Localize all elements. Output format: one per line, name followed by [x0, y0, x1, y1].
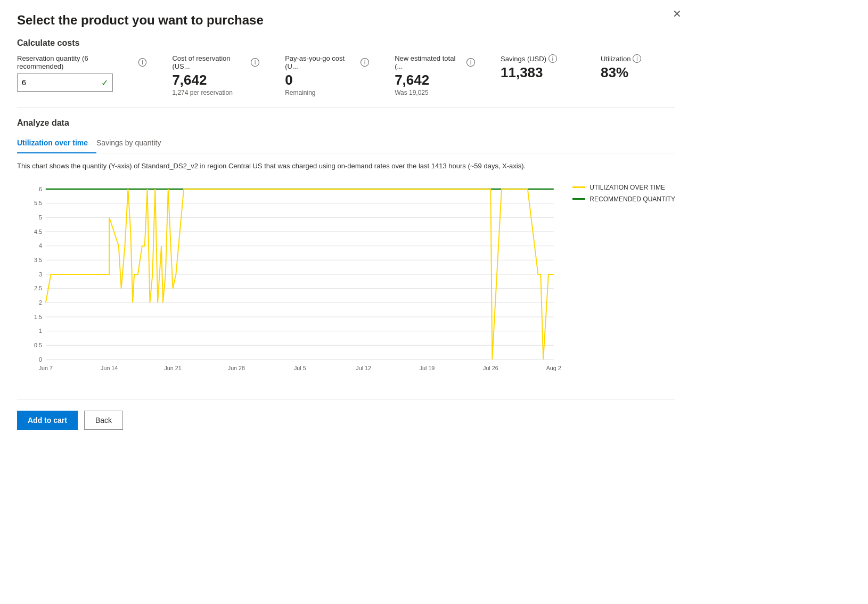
svg-text:Aug 2: Aug 2 [546, 364, 561, 371]
analyze-title: Analyze data [17, 118, 675, 128]
back-button[interactable]: Back [84, 411, 123, 430]
svg-text:Jun 7: Jun 7 [39, 364, 53, 371]
legend-item-recommended: RECOMMENDED QUANTITY [572, 195, 675, 203]
svg-text:0: 0 [39, 356, 42, 362]
calculate-section: Calculate costs Reservation quantity (6 … [17, 38, 675, 96]
payg-info-icon[interactable]: i [361, 58, 369, 67]
metric-value-3: 11,383 [501, 65, 575, 80]
legend-label-utilization: UTILIZATION OVER TIME [589, 184, 665, 191]
metric-sub-2: Was 19,025 [395, 89, 475, 96]
cost-reservation-info-icon[interactable]: i [251, 58, 259, 67]
metric-sub-1: Remaining [285, 89, 369, 96]
tab-utilization[interactable]: Utilization over time [17, 134, 96, 153]
chart-legend: UTILIZATION OVER TIME RECOMMENDED QUANTI… [572, 178, 675, 382]
svg-text:Jun 28: Jun 28 [228, 364, 245, 371]
savings-info-icon[interactable]: i [548, 54, 557, 63]
analyze-section: Analyze data Utilization over time Savin… [17, 118, 675, 382]
calculate-title: Calculate costs [17, 38, 675, 48]
svg-text:4.5: 4.5 [34, 228, 42, 234]
svg-text:Jun 21: Jun 21 [164, 364, 181, 371]
legend-item-utilization: UTILIZATION OVER TIME [572, 184, 675, 191]
legend-label-recommended: RECOMMENDED QUANTITY [589, 195, 675, 203]
footer-buttons: Add to cart Back [17, 399, 675, 430]
svg-text:2.5: 2.5 [34, 284, 42, 291]
svg-text:Jul 5: Jul 5 [294, 364, 306, 371]
svg-text:2: 2 [39, 299, 42, 305]
quantity-info-icon[interactable]: i [138, 58, 147, 67]
svg-text:3: 3 [39, 271, 42, 277]
svg-text:5: 5 [39, 214, 42, 220]
metric-label-1: Pay-as-you-go cost (U... i [285, 54, 369, 70]
legend-line-utilization [572, 186, 585, 188]
metric-savings: Savings (USD) i 11,383 [501, 54, 575, 80]
quantity-input-wrap: ✓ [17, 74, 113, 92]
svg-text:4: 4 [39, 242, 42, 248]
metric-new-estimated: New estimated total (... i 7,642 Was 19,… [395, 54, 475, 96]
chart-container: 0 0.5 1 1.5 2 2.5 3 3.5 4 4.5 5 5.5 6 Ju… [17, 178, 564, 382]
close-button[interactable]: ✕ [673, 9, 682, 19]
chart-description: This chart shows the quantity (Y-axis) o… [17, 162, 675, 170]
chart-svg: 0 0.5 1 1.5 2 2.5 3 3.5 4 4.5 5 5.5 6 Ju… [17, 178, 564, 381]
metric-sub-0: 1,274 per reservation [172, 89, 259, 96]
quantity-input[interactable] [22, 78, 101, 87]
quantity-block: Reservation quantity (6 recommended) i ✓ [17, 54, 146, 92]
metric-cost-reservation: Cost of reservation (US... i 7,642 1,274… [172, 54, 259, 96]
metric-payg: Pay-as-you-go cost (U... i 0 Remaining [285, 54, 369, 96]
metric-label-2: New estimated total (... i [395, 54, 475, 70]
metric-value-4: 83% [601, 65, 675, 80]
legend-line-recommended [572, 198, 585, 200]
check-icon: ✓ [101, 78, 108, 88]
tabs: Utilization over time Savings by quantit… [17, 134, 675, 153]
new-estimated-info-icon[interactable]: i [466, 58, 475, 67]
dialog: ✕ Select the product you want to purchas… [0, 0, 692, 533]
svg-text:5.5: 5.5 [34, 199, 42, 206]
svg-text:1: 1 [39, 327, 42, 333]
utilization-info-icon[interactable]: i [633, 54, 641, 63]
metric-value-2: 7,642 [395, 72, 475, 88]
chart-area: 0 0.5 1 1.5 2 2.5 3 3.5 4 4.5 5 5.5 6 Ju… [17, 178, 675, 382]
tab-savings[interactable]: Savings by quantity [96, 134, 169, 153]
cost-row: Reservation quantity (6 recommended) i ✓… [17, 54, 675, 96]
quantity-label: Reservation quantity (6 recommended) i [17, 54, 146, 70]
svg-text:1.5: 1.5 [34, 313, 42, 320]
svg-text:0.5: 0.5 [34, 341, 42, 348]
svg-text:3.5: 3.5 [34, 256, 42, 263]
svg-text:Jul 12: Jul 12 [356, 364, 371, 371]
metric-label-0: Cost of reservation (US... i [172, 54, 259, 70]
svg-text:Jun 14: Jun 14 [101, 364, 118, 371]
svg-text:Jul 19: Jul 19 [420, 364, 435, 371]
svg-text:Jul 26: Jul 26 [483, 364, 498, 371]
metric-utilization: Utilization i 83% [601, 54, 675, 80]
add-to-cart-button[interactable]: Add to cart [17, 411, 78, 430]
dialog-title: Select the product you want to purchase [17, 13, 675, 28]
metric-label-3: Savings (USD) i [501, 54, 575, 63]
metric-label-4: Utilization i [601, 54, 675, 63]
metric-value-1: 0 [285, 72, 369, 88]
svg-text:6: 6 [39, 185, 42, 192]
divider-1 [17, 107, 675, 108]
metric-value-0: 7,642 [172, 72, 259, 88]
